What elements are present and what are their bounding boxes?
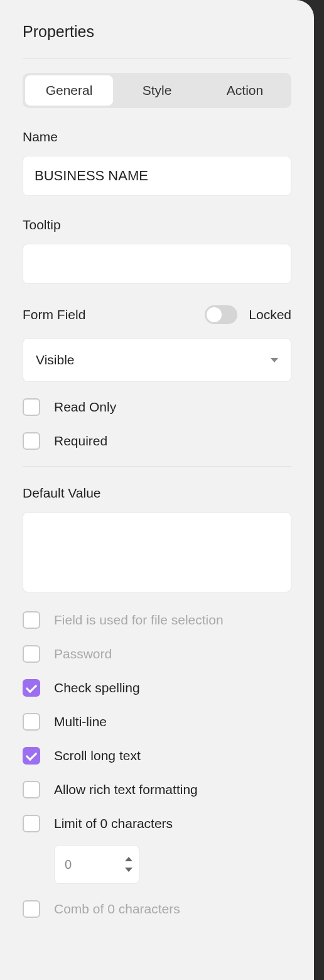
toggle-knob [207, 307, 222, 322]
title-divider [23, 58, 291, 59]
scrolllong-checkbox[interactable] [23, 747, 40, 765]
locked-toggle-wrap: Locked [205, 305, 291, 324]
limit-checkbox[interactable] [23, 815, 40, 832]
chevron-down-icon [271, 358, 278, 362]
richtext-row: Allow rich text formatting [23, 781, 291, 798]
comb-checkbox[interactable] [23, 900, 40, 918]
limit-row: Limit of 0 characters [23, 815, 291, 832]
stepper-up-icon[interactable] [125, 857, 132, 861]
visibility-select[interactable]: Visible [23, 338, 291, 382]
limit-count-input[interactable] [55, 858, 111, 872]
limit-stepper [54, 845, 139, 884]
checkspelling-label: Check spelling [54, 680, 140, 695]
readonly-row: Read Only [23, 398, 291, 416]
tooltip-label: Tooltip [23, 217, 291, 232]
multiline-row: Multi-line [23, 713, 291, 731]
name-input[interactable] [23, 156, 291, 196]
formfield-row: Form Field Locked [23, 305, 291, 324]
locked-label: Locked [249, 307, 291, 322]
defaultvalue-label: Default Value [23, 486, 291, 501]
fileselection-label: Field is used for file selection [54, 612, 224, 628]
richtext-checkbox[interactable] [23, 781, 40, 798]
properties-panel: Properties General Style Action Name Too… [0, 0, 314, 980]
readonly-label: Read Only [54, 400, 116, 415]
locked-toggle[interactable] [205, 305, 237, 324]
multiline-label: Multi-line [54, 714, 107, 729]
comb-label: Comb of 0 characters [54, 901, 180, 917]
formfield-label: Form Field [23, 307, 85, 322]
scrolllong-label: Scroll long text [54, 748, 141, 763]
section-divider-1 [23, 466, 291, 467]
stepper-down-icon[interactable] [125, 868, 132, 872]
tab-bar: General Style Action [23, 73, 291, 108]
name-label: Name [23, 129, 291, 144]
panel-title: Properties [23, 23, 291, 41]
required-checkbox[interactable] [23, 432, 40, 450]
tab-style[interactable]: Style [113, 75, 201, 106]
readonly-checkbox[interactable] [23, 398, 40, 416]
defaultvalue-input[interactable] [23, 512, 291, 592]
multiline-checkbox[interactable] [23, 713, 40, 731]
richtext-label: Allow rich text formatting [54, 782, 198, 797]
tab-action[interactable]: Action [201, 75, 289, 106]
password-label: Password [54, 646, 112, 662]
password-row: Password [23, 645, 291, 663]
checkspelling-checkbox[interactable] [23, 679, 40, 697]
checkspelling-row: Check spelling [23, 679, 291, 697]
visibility-value: Visible [36, 352, 74, 368]
limit-label: Limit of 0 characters [54, 816, 173, 831]
required-label: Required [54, 433, 107, 449]
stepper-arrows [125, 846, 132, 883]
password-checkbox[interactable] [23, 645, 40, 663]
fileselection-row: Field is used for file selection [23, 611, 291, 629]
scrolllong-row: Scroll long text [23, 747, 291, 765]
comb-row: Comb of 0 characters [23, 900, 291, 918]
fileselection-checkbox[interactable] [23, 611, 40, 629]
required-row: Required [23, 432, 291, 450]
tooltip-input[interactable] [23, 244, 291, 284]
tab-general[interactable]: General [25, 75, 113, 106]
